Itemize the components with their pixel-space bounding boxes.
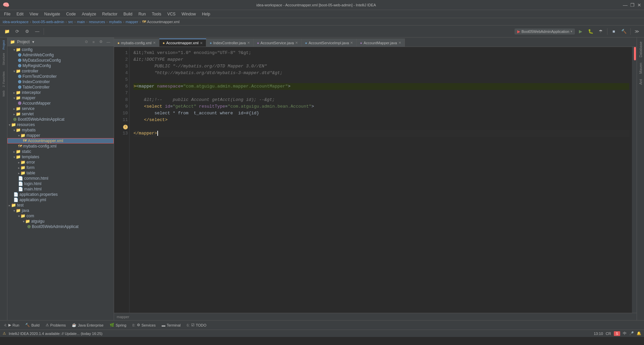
panel-collapse-all-btn[interactable]: ≡ — [91, 39, 96, 45]
breadcrumb-boot[interactable]: boot-05-web-admin — [33, 20, 64, 24]
panel-settings-btn[interactable]: ⚙ — [98, 39, 104, 45]
sidebar-web-icon[interactable]: Web — [0, 89, 7, 98]
editor-tab-AccountServiceImpl-java[interactable]: ●AccountServiceImpl.java✕ — [302, 39, 357, 47]
tree-item[interactable]: 🅒 Boot05WebAdminApplicat — [7, 224, 114, 229]
build-project-button[interactable]: 🔨 — [620, 27, 628, 36]
tree-item[interactable]: ▾📁atguigu — [7, 219, 114, 224]
code-area[interactable]: &lt;?xml version="1.0" encoding="UTF-8" … — [129, 47, 632, 313]
menu-item-help[interactable]: Help — [199, 11, 213, 17]
tree-item[interactable]: 🅒 FormTestController — [7, 74, 114, 79]
tree-item[interactable]: ▸📁interceptor — [7, 90, 114, 95]
tree-item[interactable]: ▾📁mybatis — [7, 127, 114, 133]
tree-item[interactable]: 🗺mybatis-config.xml — [7, 143, 114, 149]
close-button[interactable]: ✕ — [637, 2, 641, 8]
tab-close-btn[interactable]: ✕ — [200, 41, 203, 45]
tree-item[interactable]: 🅒 IndexController — [7, 79, 114, 84]
right-panel-database[interactable]: Database — [638, 39, 643, 60]
bottom-tab-build[interactable]: 🔨Build — [22, 322, 42, 329]
tree-item[interactable]: ▾📁resources — [7, 122, 114, 127]
tree-item[interactable]: ▾📁com — [7, 213, 114, 219]
menu-item-build[interactable]: Build — [121, 11, 135, 17]
breadcrumb-file[interactable]: 🗺 — [142, 20, 146, 24]
bottom-tab-todo[interactable]: 6:☑TODO — [184, 322, 209, 329]
tab-close-btn[interactable]: ✕ — [295, 41, 298, 45]
tree-item[interactable]: ▸📁table — [7, 170, 114, 176]
encoding-indicator[interactable]: S — [614, 331, 620, 336]
microphone-icon[interactable]: 🎤 — [629, 331, 634, 336]
right-panel-ant[interactable]: Ant — [638, 76, 643, 88]
tree-item[interactable]: ▸📁form — [7, 165, 114, 170]
settings-button[interactable]: ⚙ — [23, 27, 32, 36]
collapse-button[interactable]: — — [33, 27, 42, 36]
tree-item[interactable]: ▸📁service — [7, 106, 114, 111]
breadcrumb-filename[interactable]: Accountmapper.xml — [147, 20, 180, 24]
tab-close-btn[interactable]: ✕ — [153, 41, 156, 45]
tree-item[interactable]: ▾📁mapper — [7, 95, 114, 101]
tree-item[interactable]: ▾📁templates — [7, 154, 114, 160]
project-dropdown-icon[interactable]: ▾ — [32, 40, 34, 44]
right-panel-maven[interactable]: Maven — [638, 60, 643, 76]
tree-item[interactable]: 🅒 TableController — [7, 84, 114, 90]
tree-item[interactable]: ▾📁java — [7, 208, 114, 213]
cursor-position[interactable]: 13:10 — [594, 332, 603, 336]
tree-item[interactable]: 🅒 AdminWebConfig — [7, 52, 114, 58]
more-toolbar-btn[interactable]: ≫ — [633, 27, 641, 36]
panel-locate-btn[interactable]: ⊙ — [84, 39, 89, 45]
tree-item[interactable]: ▾📁config — [7, 47, 114, 52]
panel-close-btn[interactable]: — — [106, 39, 111, 45]
sidebar-favorites-icon[interactable]: 2: Favorites — [0, 70, 7, 89]
status-message[interactable]: IntelliJ IDEA 2020.1.4 available: // Upd… — [9, 332, 102, 336]
tree-item[interactable]: ▾📁controller — [7, 68, 114, 74]
sync-button[interactable]: ⟳ — [13, 27, 21, 36]
tree-item[interactable]: 🅘 AccountMapper — [7, 101, 114, 106]
editor-tab-mybatis-config-xml[interactable]: ●mybatis-config.xml✕ — [114, 39, 159, 47]
tree-item[interactable]: ▸📁static — [7, 149, 114, 154]
tree-item[interactable]: 📄common.html — [7, 176, 114, 181]
minimize-button[interactable]: — — [623, 2, 628, 8]
coverage-button[interactable]: ☂ — [596, 27, 605, 36]
breadcrumb-mybatis[interactable]: mybatis — [109, 20, 122, 24]
tree-item[interactable]: 🅒 MyRegistConfig — [7, 63, 114, 68]
editor-tab-AccountMapper-java[interactable]: ●AccountMapper.java✕ — [357, 39, 405, 47]
line-ending[interactable]: CR — [606, 332, 611, 336]
breadcrumb-idea-workspace[interactable]: idea-workspace — [3, 20, 29, 24]
tree-item[interactable]: 🅒 Boot05WebAdminApplicat — [7, 117, 114, 122]
editor-scrollbar[interactable] — [632, 47, 637, 313]
breadcrumb-resources[interactable]: resources — [89, 20, 105, 24]
editor-tab-AccountService-java[interactable]: ●AccountService.java✕ — [254, 39, 302, 47]
menu-item-vcs[interactable]: VCS — [165, 11, 178, 17]
bottom-tab-java-enterprise[interactable]: ☕Java Enterprise — [69, 322, 106, 329]
tab-close-btn[interactable]: ✕ — [350, 41, 353, 45]
menu-item-run[interactable]: Run — [136, 11, 149, 17]
maximize-button[interactable]: ❐ — [630, 2, 635, 8]
run-button[interactable]: ▶ — [576, 27, 585, 36]
lang-indicator[interactable]: 中 — [623, 331, 627, 336]
run-config-selector[interactable]: ▶ Boot05WebAdminApplication ▾ — [515, 28, 575, 35]
bottom-tab-problems[interactable]: ⚠Problems — [43, 322, 68, 329]
tree-item[interactable]: ▸📁test — [7, 203, 114, 208]
tree-item[interactable]: 📄application.yml — [7, 197, 114, 203]
bottom-tab-run[interactable]: 4:▶Run — [1, 322, 22, 329]
editor-tab-Accountmapper-xml[interactable]: ●Accountmapper.xml✕ — [159, 39, 206, 47]
menu-item-view[interactable]: View — [27, 11, 41, 17]
menu-item-refactor[interactable]: Refactor — [100, 11, 120, 17]
tree-item[interactable]: ▸📁error — [7, 160, 114, 165]
tree-item[interactable]: ▸📁servlet — [7, 111, 114, 117]
tree-item[interactable]: 📄application.properties — [7, 192, 114, 197]
tree-item[interactable]: 📄main.html — [7, 186, 114, 192]
menu-item-file[interactable]: File — [1, 11, 13, 17]
bottom-tab-spring[interactable]: 🌿Spring — [107, 322, 129, 329]
project-icon-toolbar[interactable]: 📁 — [3, 27, 11, 36]
breadcrumb-main[interactable]: main — [77, 20, 85, 24]
menu-item-code[interactable]: Code — [63, 11, 78, 17]
bottom-tab-terminal[interactable]: ▬Terminal — [159, 322, 183, 329]
bottom-tab-services[interactable]: 8:⚙Services — [130, 322, 158, 329]
tab-close-btn[interactable]: ✕ — [398, 41, 401, 45]
sidebar-project-icon[interactable]: Project — [0, 39, 7, 51]
tree-item[interactable]: 🗺Accountmapper.xml — [7, 138, 114, 143]
menu-item-navigate[interactable]: Navigate — [42, 11, 63, 17]
breadcrumb-mapper[interactable]: mapper — [126, 20, 138, 24]
editor-tab-IndexController-java[interactable]: ●IndexController.java✕ — [206, 39, 254, 47]
tab-close-btn[interactable]: ✕ — [247, 41, 250, 45]
sidebar-structure-icon[interactable]: Structure — [0, 52, 7, 67]
